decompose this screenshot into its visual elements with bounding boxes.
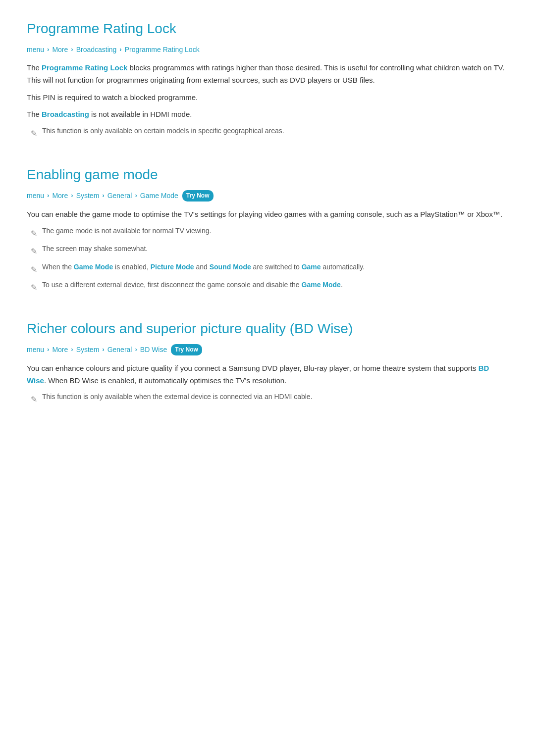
breadcrumb-menu-3[interactable]: menu	[27, 344, 44, 355]
section-bd-wise: Richer colours and superior picture qual…	[27, 318, 508, 406]
section1-body2: This PIN is required to watch a blocked …	[27, 92, 508, 104]
section2-note1: ✎ The game mode is not available for nor…	[27, 226, 508, 240]
breadcrumb-more-2[interactable]: More	[52, 190, 68, 201]
breadcrumb-sep-11: ›	[135, 345, 137, 355]
section2-note2: ✎ The screen may shake somewhat.	[27, 244, 508, 258]
section1-note1: ✎ This function is only available on cer…	[27, 126, 508, 140]
section2-body1: You can enable the game mode to optimise…	[27, 208, 508, 221]
breadcrumb-game-mode[interactable]: Game Mode	[140, 190, 178, 201]
section-title-2: Enabling game mode	[27, 164, 508, 186]
breadcrumb-system-2[interactable]: System	[76, 190, 100, 201]
section3-note1-text: This function is only available when the…	[42, 392, 313, 403]
breadcrumb-more-1[interactable]: More	[52, 44, 68, 55]
section2-note4-text: To use a different external device, firs…	[42, 280, 343, 291]
section2-note1-text: The game mode is not available for norma…	[42, 226, 211, 237]
breadcrumb-menu[interactable]: menu	[27, 44, 44, 55]
highlight-sound-mode: Sound Mode	[210, 263, 251, 271]
try-now-badge-2[interactable]: Try Now	[171, 344, 202, 355]
breadcrumb-sep-4: ›	[47, 191, 49, 201]
breadcrumb-more-3[interactable]: More	[52, 344, 68, 355]
breadcrumb-sep-9: ›	[71, 345, 73, 355]
section3-note1: ✎ This function is only available when t…	[27, 392, 508, 406]
highlight-programme-rating-lock-1: Programme Rating Lock	[42, 63, 127, 72]
pencil-icon-2: ✎	[31, 227, 37, 240]
highlight-bd-wise-1: BD Wise	[27, 364, 489, 385]
breadcrumb-sep-7: ›	[135, 191, 137, 201]
breadcrumb-system-3[interactable]: System	[76, 344, 100, 355]
breadcrumb-general-2[interactable]: General	[107, 190, 132, 201]
breadcrumb-bd-wise[interactable]: BD Wise	[140, 344, 167, 355]
breadcrumb-general-3[interactable]: General	[107, 344, 132, 355]
section-title-1: Programme Rating Lock	[27, 18, 508, 40]
section2-note3-text: When the Game Mode is enabled, Picture M…	[42, 262, 365, 273]
breadcrumb-sep-2: ›	[71, 45, 73, 55]
breadcrumb-programme-rating-lock[interactable]: Programme Rating Lock	[125, 44, 200, 55]
highlight-game-mode-1: Game Mode	[74, 263, 113, 271]
highlight-picture-mode: Picture Mode	[151, 263, 194, 271]
breadcrumb-sep-10: ›	[102, 345, 104, 355]
pencil-icon-1: ✎	[31, 127, 37, 140]
pencil-icon-6: ✎	[31, 393, 37, 406]
breadcrumb-3: menu › More › System › General › BD Wise…	[27, 344, 508, 355]
highlight-game: Game	[302, 263, 321, 271]
try-now-badge-1[interactable]: Try Now	[182, 190, 214, 202]
section3-body1: You can enhance colours and picture qual…	[27, 362, 508, 387]
highlight-game-mode-2: Game Mode	[302, 281, 341, 289]
highlight-broadcasting-1: Broadcasting	[42, 110, 89, 118]
section-programme-rating-lock: Programme Rating Lock menu › More › Broa…	[27, 18, 508, 140]
section-title-3: Richer colours and superior picture qual…	[27, 318, 508, 340]
breadcrumb-sep-6: ›	[102, 191, 104, 201]
section1-body1: The Programme Rating Lock blocks program…	[27, 62, 508, 87]
breadcrumb-1: menu › More › Broadcasting › Programme R…	[27, 44, 508, 55]
section1-body3: The Broadcasting is not available in HDM…	[27, 108, 508, 121]
pencil-icon-5: ✎	[31, 281, 37, 294]
pencil-icon-4: ✎	[31, 263, 37, 276]
breadcrumb-sep-3: ›	[119, 45, 121, 55]
section2-note3: ✎ When the Game Mode is enabled, Picture…	[27, 262, 508, 276]
breadcrumb-2: menu › More › System › General › Game Mo…	[27, 190, 508, 202]
breadcrumb-menu-2[interactable]: menu	[27, 190, 44, 201]
breadcrumb-broadcasting[interactable]: Broadcasting	[76, 44, 117, 55]
breadcrumb-sep-5: ›	[71, 191, 73, 201]
section2-note2-text: The screen may shake somewhat.	[42, 244, 148, 254]
section2-note4: ✎ To use a different external device, fi…	[27, 280, 508, 294]
section-enabling-game-mode: Enabling game mode menu › More › System …	[27, 164, 508, 294]
breadcrumb-sep-1: ›	[47, 45, 49, 55]
breadcrumb-sep-8: ›	[47, 345, 49, 355]
section1-note1-text: This function is only available on certa…	[42, 126, 284, 137]
pencil-icon-3: ✎	[31, 245, 37, 258]
